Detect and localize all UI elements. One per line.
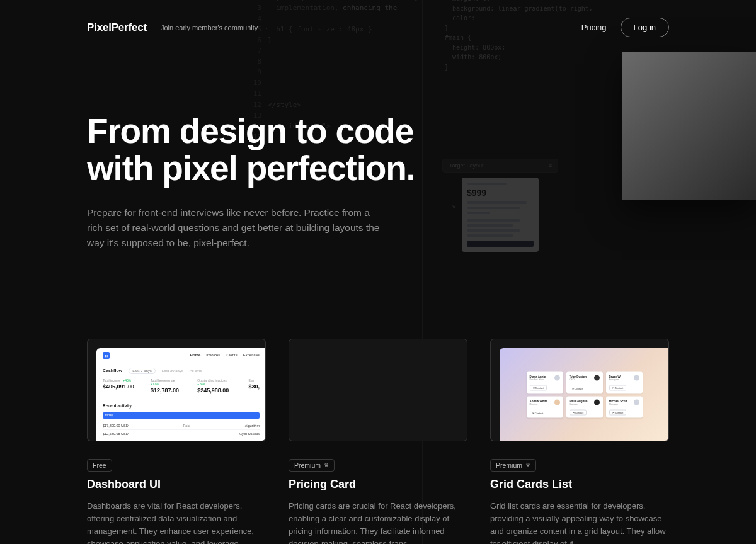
hero: From design to code with pixel perfectio… bbox=[0, 37, 756, 251]
exercise-title: Grid Cards List bbox=[490, 478, 669, 491]
site-header: PixelPerfect Join early member's communi… bbox=[0, 0, 756, 37]
crown-icon: ♛ bbox=[324, 462, 329, 468]
exercise-title: Pricing Card bbox=[289, 478, 467, 491]
exercise-description: Dashboards are vital for React developer… bbox=[87, 500, 266, 544]
community-link[interactable]: Join early member's community → bbox=[161, 24, 268, 31]
exercise-preview[interactable]: Diana AnnieProduct Head✉ Contact Tyler D… bbox=[490, 339, 669, 441]
exercise-title: Dashboard UI bbox=[87, 478, 266, 491]
exercise-card: ∷ Home Invoices Clients Expenses Cashflo… bbox=[87, 339, 266, 544]
tier-badge: Free bbox=[87, 459, 112, 472]
logo[interactable]: PixelPerfect bbox=[87, 21, 147, 34]
exercise-card: Most popular 25% off Premium Plan $999/M… bbox=[289, 339, 467, 544]
exercise-preview[interactable]: Most popular 25% off Premium Plan $999/M… bbox=[289, 339, 467, 441]
login-button[interactable]: Log in bbox=[621, 18, 669, 37]
exercise-card: Diana AnnieProduct Head✉ Contact Tyler D… bbox=[490, 339, 669, 544]
tier-badge: Premium ♛ bbox=[490, 459, 536, 472]
hero-title: From design to code with pixel perfectio… bbox=[87, 113, 478, 188]
arrow-right-icon: → bbox=[261, 24, 268, 31]
exercise-preview[interactable]: ∷ Home Invoices Clients Expenses Cashflo… bbox=[87, 339, 266, 441]
exercises-grid: ∷ Home Invoices Clients Expenses Cashflo… bbox=[0, 339, 756, 544]
crown-icon: ♛ bbox=[525, 462, 530, 468]
nav-pricing[interactable]: Pricing bbox=[581, 23, 607, 32]
community-link-label: Join early member's community bbox=[161, 24, 258, 31]
exercise-description: Grid list cards are essential for develo… bbox=[490, 500, 669, 544]
tier-badge: Premium ♛ bbox=[289, 459, 335, 472]
hero-subtitle: Prepare for front-end interviews like ne… bbox=[87, 205, 383, 251]
exercise-description: Pricing cards are crucial for React deve… bbox=[289, 500, 467, 544]
